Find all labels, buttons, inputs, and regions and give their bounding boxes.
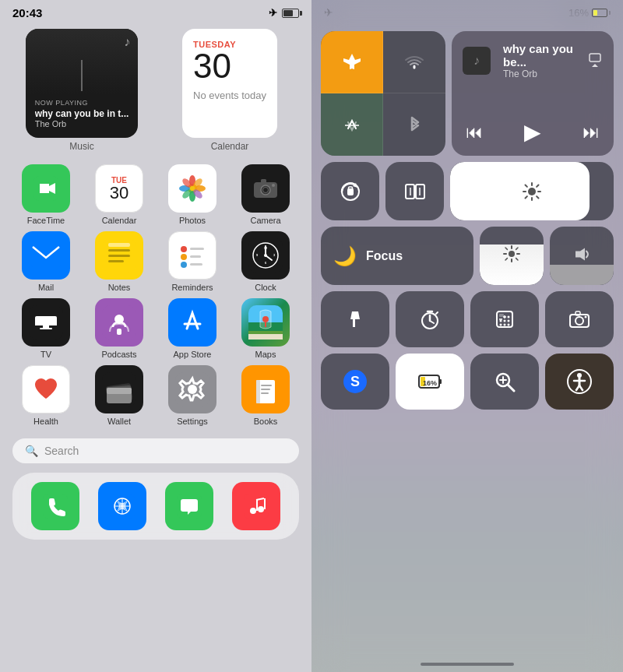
control-center: ♪ why can you be... The Orb ⏮ [321,31,614,410]
calendar-widget-container: TUESDAY 30 No events today Calendar [160,29,299,152]
cc-accessibility-btn[interactable] [545,354,614,410]
wallet-icon [95,365,143,413]
cc-airplay-icon[interactable] [587,51,603,71]
svg-line-109 [516,248,518,249]
app-clock[interactable]: 12 6 9 3 Clock [232,231,299,292]
cc-brightness-slider[interactable] [450,162,614,220]
svg-rect-28 [190,255,201,258]
dock-phone[interactable] [31,482,79,530]
svg-point-78 [258,506,264,512]
svg-marker-1 [40,184,49,193]
svg-rect-64 [261,389,270,390]
focus-moon-icon: 🌙 [333,245,357,267]
calendar-widget-label: Calendar [211,141,249,152]
cc-timer-btn[interactable] [396,291,464,347]
svg-point-131 [575,317,583,325]
tv-icon [22,298,70,347]
cc-volume-btn[interactable] [550,227,614,285]
maps-label: Maps [255,350,276,359]
home-indicator[interactable] [421,663,514,666]
cc-zoom-btn[interactable] [470,354,539,410]
cc-wifi-btn[interactable] [383,31,445,93]
cc-slider-fill-brightness [450,162,590,220]
app-podcasts[interactable]: Podcasts [86,298,153,359]
app-wallet[interactable]: Wallet [86,365,153,426]
wallet-label: Wallet [107,417,131,426]
app-books[interactable]: Books [232,365,299,426]
svg-line-99 [537,196,538,198]
cc-np-title: why can you be... [503,42,581,69]
svg-rect-50 [248,334,283,340]
app-settings[interactable]: Settings [159,365,226,426]
svg-line-108 [516,258,518,259]
svg-point-125 [508,324,510,326]
reminders-label: Reminders [171,283,213,292]
app-tv[interactable]: TV [12,298,79,359]
dock-music[interactable] [232,482,280,530]
app-notes[interactable]: Notes [86,231,153,292]
svg-point-16 [272,184,275,187]
svg-rect-41 [40,328,52,329]
svg-point-133 [585,316,587,318]
podcasts-icon [95,298,143,347]
cc-playback-controls: ⏮ ▶ ⏭ [463,119,603,145]
cc-row-top: ♪ why can you be... The Orb ⏮ [321,31,614,156]
dock [12,473,299,540]
cc-calculator-btn[interactable] [470,291,539,347]
app-health[interactable]: Health [12,365,79,426]
cc-now-playing[interactable]: ♪ why can you be... The Orb ⏮ [452,31,614,156]
cc-fastforward-btn[interactable]: ⏭ [583,122,600,142]
airplane-mode-icon: ✈ [269,7,277,19]
svg-point-59 [188,385,197,394]
app-photos[interactable]: Photos [159,164,226,225]
app-appstore[interactable]: App Store [159,298,226,359]
dock-messages[interactable] [165,482,213,530]
app-mail[interactable]: Mail [12,231,79,292]
cc-mirror-btn[interactable] [385,162,444,220]
cc-play-btn[interactable]: ▶ [524,119,541,145]
app-facetime[interactable]: FaceTime [12,164,79,225]
cc-shazam-btn[interactable]: S [321,354,389,410]
cc-battery-widget-btn[interactable]: 16% [396,354,464,410]
svg-point-123 [500,324,502,326]
cc-rotate-lock-btn[interactable] [321,162,379,220]
svg-rect-65 [261,392,269,394]
focus-label: Focus [366,249,403,263]
svg-text:12: 12 [264,246,268,250]
app-maps[interactable]: Maps [232,298,299,359]
app-grid: FaceTime TUE 30 Calendar [0,158,312,432]
maps-icon [241,298,290,347]
app-reminders[interactable]: Reminders [159,231,226,292]
search-icon: 🔍 [25,445,38,457]
svg-rect-40 [43,325,49,328]
svg-point-14 [263,188,269,193]
cc-rewind-btn[interactable]: ⏮ [466,122,483,142]
cc-flashlight-btn[interactable] [321,291,389,347]
dock-safari[interactable] [98,482,146,530]
svg-line-115 [430,321,434,323]
calendar-app-icon: TUE 30 [95,164,143,213]
music-widget[interactable]: ♪ NOW PLAYING why can you be in t... The… [26,29,139,138]
cc-bluetooth-btn[interactable] [383,93,445,156]
app-camera[interactable]: Camera [232,164,299,225]
cc-camera-small-btn[interactable] [545,291,614,347]
search-bar[interactable]: 🔍 Search [12,438,299,463]
cc-airdrop-btn[interactable] [321,93,383,156]
notes-label: Notes [108,283,131,292]
svg-point-122 [508,320,510,322]
calendar-widget[interactable]: TUESDAY 30 No events today [182,29,277,138]
cc-brightness-icon [503,245,520,267]
svg-rect-19 [108,249,130,252]
cc-brightness-btn[interactable] [480,227,544,285]
cc-volume-icon [572,245,591,267]
app-calendar[interactable]: TUE 30 Calendar [86,164,153,225]
cc-np-artist: The Orb [503,69,581,79]
music-widget-container: ♪ NOW PLAYING why can you be in t... The… [12,29,151,152]
health-label: Health [33,417,58,426]
svg-rect-27 [190,248,204,250]
mail-icon [22,231,70,280]
settings-label: Settings [177,417,208,426]
health-icon [22,365,70,413]
cc-focus-btn[interactable]: 🌙 Focus [321,227,473,285]
cc-airplane-btn[interactable] [321,31,383,93]
